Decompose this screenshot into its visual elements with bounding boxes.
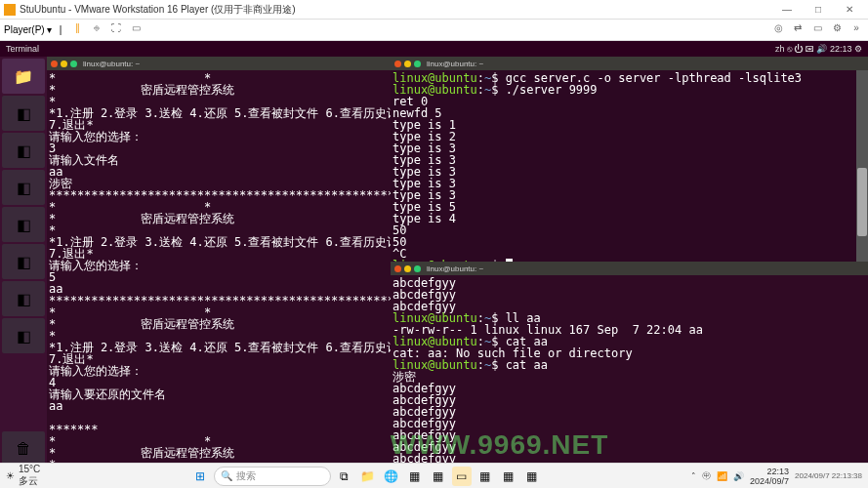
launcher-item[interactable]: ◧ bbox=[2, 170, 45, 205]
tray-chevron-icon[interactable]: ˄ bbox=[691, 471, 696, 481]
weather-icon: ☀ bbox=[6, 470, 15, 481]
window-controls: — □ ✕ bbox=[772, 2, 864, 18]
maximize-button[interactable]: □ bbox=[804, 2, 833, 18]
search-placeholder: 搜索 bbox=[236, 469, 256, 483]
tray-wifi-icon[interactable]: 📶 bbox=[717, 471, 727, 481]
taskview-icon[interactable]: ⧉ bbox=[335, 467, 354, 486]
app-icon[interactable]: ▦ bbox=[405, 467, 425, 486]
player-menu[interactable]: Player(P) ▾ bbox=[4, 24, 52, 35]
vmware-titlebar: StuUbuntu - VMware Workstation 16 Player… bbox=[0, 0, 868, 20]
scrollbar-thumb[interactable] bbox=[857, 168, 867, 236]
send-keys-icon[interactable]: ⎆ bbox=[89, 22, 104, 38]
clock-date: 2024/09/7 bbox=[750, 476, 789, 486]
weather-cond: 多云 bbox=[19, 474, 40, 488]
taskbar-clock[interactable]: 22:13 2024/09/7 bbox=[750, 467, 789, 486]
term-min-icon[interactable] bbox=[61, 61, 67, 67]
launcher-files-icon[interactable]: 📁 bbox=[2, 59, 45, 94]
term-max-icon[interactable] bbox=[414, 61, 421, 67]
terminal-rb-output[interactable]: abcdefgyy abcdefgyy abcdefgyy linux@ubun… bbox=[391, 275, 868, 467]
vm-control-group: ‖ ⎆ ⛶ ▭ bbox=[69, 22, 144, 38]
term-max-icon[interactable] bbox=[70, 61, 77, 67]
unity-icon[interactable]: ▭ bbox=[128, 22, 144, 38]
terminal-rt-scrollbar[interactable] bbox=[856, 70, 868, 262]
vmware-task-icon[interactable]: ▭ bbox=[452, 467, 472, 486]
term-min-icon[interactable] bbox=[404, 61, 411, 67]
player-menu-label: Player(P) bbox=[4, 24, 45, 35]
close-button[interactable]: ✕ bbox=[835, 2, 864, 18]
clock-time: 22:13 bbox=[750, 467, 789, 476]
terminal-rb-titlebar[interactable]: linux@ubuntu: ~ bbox=[391, 262, 868, 275]
terminal-left[interactable]: linux@ubuntu: ~ * * * 密盾远程管控系统 * *1.注册 2… bbox=[47, 57, 391, 467]
ubuntu-workspace: 📁 ◧ ◧ ◧ ◧ ◧ ◧ ◧ 🗑 linux@ubuntu: ~ * * * … bbox=[0, 57, 868, 467]
app-icon[interactable]: ▦ bbox=[522, 467, 542, 486]
terminal-right-bottom[interactable]: linux@ubuntu: ~ abcdefgyy abcdefgyy abcd… bbox=[391, 262, 868, 467]
launcher-trash-icon[interactable]: 🗑 bbox=[2, 431, 45, 467]
app-icon[interactable]: ▦ bbox=[475, 467, 495, 486]
taskbar-tray: ˄ ㊥ 📶 🔊 22:13 2024/09/7 2024/09/7 22:13:… bbox=[691, 467, 862, 486]
terminal-left-titlebar[interactable]: linux@ubuntu: ~ bbox=[47, 57, 391, 70]
terminal-rt-titlebar[interactable]: linux@ubuntu: ~ bbox=[391, 57, 868, 70]
tray-volume-icon[interactable]: 🔊 bbox=[733, 471, 744, 481]
terminal-left-output[interactable]: * * * 密盾远程管控系统 * *1.注册 2.登录 3.送检 4.还原 5.… bbox=[47, 70, 391, 467]
ubuntu-indicators[interactable]: zh ⎋ ⏻ ✉ 🔊 22:13 ⚙ bbox=[775, 44, 862, 54]
window-title: StuUbuntu - VMware Workstation 16 Player… bbox=[20, 3, 772, 17]
edge-icon[interactable]: 🌐 bbox=[382, 467, 401, 486]
terminal-rt-title: linux@ubuntu: ~ bbox=[427, 60, 483, 68]
minimize-button[interactable]: — bbox=[772, 2, 802, 18]
cd-icon[interactable]: ◎ bbox=[770, 22, 786, 38]
term-min-icon[interactable] bbox=[404, 265, 411, 272]
weather-temp: 15°C bbox=[19, 464, 40, 474]
terminal-rt-output[interactable]: linux@ubuntu:~$ gcc server.c -o server -… bbox=[391, 70, 868, 262]
launcher-item[interactable]: ◧ bbox=[2, 244, 45, 279]
explorer-icon[interactable]: 📁 bbox=[358, 467, 378, 486]
launcher-item[interactable]: ◧ bbox=[2, 96, 45, 131]
help-icon[interactable]: » bbox=[848, 22, 864, 38]
unity-launcher: 📁 ◧ ◧ ◧ ◧ ◧ ◧ ◧ 🗑 bbox=[0, 57, 47, 467]
dropdown-icon: ▾ bbox=[47, 24, 52, 35]
drive-icon[interactable]: ▭ bbox=[809, 22, 825, 38]
search-icon: 🔍 bbox=[221, 470, 232, 481]
windows-taskbar: ☀ 15°C 多云 ⊞ 🔍 搜索 ⧉ 📁 🌐 ▦ ▦ ▭ ▦ ▦ ▦ ˄ ㊥ 📶… bbox=[0, 463, 868, 488]
toolbar-sep: | bbox=[60, 24, 62, 35]
taskbar-center: ⊞ 🔍 搜索 ⧉ 📁 🌐 ▦ ▦ ▭ ▦ ▦ ▦ bbox=[40, 467, 691, 486]
start-icon[interactable]: ⊞ bbox=[190, 467, 210, 486]
net-icon[interactable]: ⇄ bbox=[790, 22, 806, 38]
term-close-icon[interactable] bbox=[51, 61, 58, 67]
term-close-icon[interactable] bbox=[394, 265, 401, 272]
terminal-right-top[interactable]: linux@ubuntu: ~ linux@ubuntu:~$ gcc serv… bbox=[391, 57, 868, 262]
tray-ime-icon[interactable]: ㊥ bbox=[702, 469, 711, 482]
terminal-rb-title: linux@ubuntu: ~ bbox=[427, 264, 483, 273]
launcher-item[interactable]: ◧ bbox=[2, 133, 45, 168]
taskbar-weather[interactable]: ☀ 15°C 多云 bbox=[6, 464, 40, 488]
vmware-toolbar: Player(P) ▾ | ‖ ⎆ ⛶ ▭ ◎ ⇄ ▭ ⚙ » bbox=[0, 20, 868, 41]
app-icon[interactable]: ▦ bbox=[429, 467, 448, 486]
term-close-icon[interactable] bbox=[394, 61, 401, 67]
ubuntu-menubar: Terminal zh ⎋ ⏻ ✉ 🔊 22:13 ⚙ bbox=[0, 41, 868, 57]
clock-tooltip: 2024/09/7 22:13:38 bbox=[795, 471, 862, 480]
tools-icon[interactable]: ⚙ bbox=[829, 22, 845, 38]
launcher-item[interactable]: ◧ bbox=[2, 318, 45, 353]
vmware-icon bbox=[4, 4, 16, 16]
launcher-item[interactable]: ◧ bbox=[2, 207, 45, 242]
ubuntu-app-name: Terminal bbox=[6, 44, 775, 54]
term-max-icon[interactable] bbox=[414, 265, 421, 272]
pause-icon[interactable]: ‖ bbox=[69, 22, 85, 38]
taskbar-search[interactable]: 🔍 搜索 bbox=[214, 467, 331, 486]
launcher-item[interactable]: ◧ bbox=[2, 281, 45, 316]
fullscreen-icon[interactable]: ⛶ bbox=[108, 22, 124, 38]
app-icon[interactable]: ▦ bbox=[499, 467, 518, 486]
terminal-left-title: linux@ubuntu: ~ bbox=[83, 60, 140, 68]
terminal-area: linux@ubuntu: ~ * * * 密盾远程管控系统 * *1.注册 2… bbox=[47, 57, 868, 467]
vm-right-tools: ◎ ⇄ ▭ ⚙ » bbox=[770, 22, 864, 38]
